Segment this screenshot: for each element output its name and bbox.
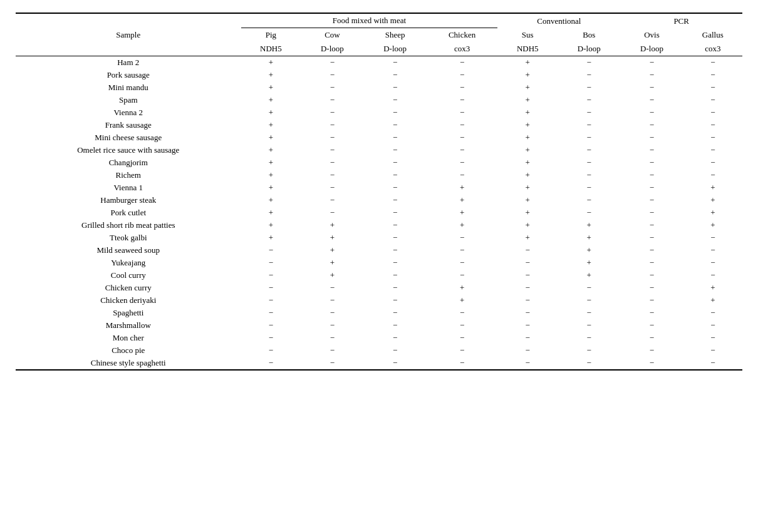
- cell-name: Mini mandu: [16, 81, 241, 94]
- cell-sheep: −: [364, 219, 427, 232]
- cell-bos: −: [558, 357, 620, 370]
- cell-sheep: −: [364, 156, 427, 169]
- cell-gallus: −: [683, 81, 742, 94]
- cell-pig: +: [241, 207, 301, 219]
- cell-name: Yukeajang: [16, 257, 241, 269]
- cell-gallus: −: [683, 257, 742, 269]
- cell-name: Pork sausage: [16, 69, 241, 81]
- cell-sheep: −: [364, 69, 427, 81]
- cell-chicken: −: [427, 269, 498, 282]
- cell-cow: −: [301, 106, 363, 119]
- cell-pig: −: [241, 307, 301, 319]
- cell-bos: −: [558, 169, 620, 182]
- cell-pig: +: [241, 144, 301, 156]
- cell-bos: −: [558, 207, 620, 219]
- col-header-chicken: Chicken: [427, 28, 498, 43]
- table-row: Yukeajang−+−−−+−−: [16, 257, 742, 269]
- cell-ovis: −: [620, 307, 683, 319]
- cell-pig: +: [241, 232, 301, 244]
- table-row: Spam+−−−+−−−: [16, 94, 742, 106]
- cell-gallus: −: [683, 232, 742, 244]
- header-row-1: SampleFood mixed with meatConventionalPC…: [16, 13, 742, 28]
- cell-pig: −: [241, 344, 301, 357]
- cell-cow: −: [301, 357, 363, 370]
- cell-pig: −: [241, 269, 301, 282]
- cell-sus: +: [497, 131, 558, 144]
- cell-name: Chinese style spaghetti: [16, 357, 241, 370]
- col-header-ovis-dloop: D-loop: [620, 42, 683, 56]
- table-wrapper: SampleFood mixed with meatConventionalPC…: [16, 13, 742, 371]
- cell-cow: −: [301, 207, 363, 219]
- table-row: Mild seaweed soup−+−−−+−−: [16, 244, 742, 257]
- cell-pig: +: [241, 194, 301, 207]
- cell-sheep: −: [364, 357, 427, 370]
- cell-gallus: −: [683, 119, 742, 131]
- table-row: Chicken curry−−−+−−−+: [16, 282, 742, 294]
- table-row: Vienna 1+−−++−−+: [16, 182, 742, 194]
- cell-ovis: −: [620, 81, 683, 94]
- col-header-sample: Sample: [16, 13, 241, 56]
- cell-bos: −: [558, 119, 620, 131]
- cell-ovis: −: [620, 319, 683, 332]
- cell-chicken: −: [427, 131, 498, 144]
- cell-pig: +: [241, 69, 301, 81]
- col-header-pig: Pig: [241, 28, 301, 43]
- cell-sus: +: [497, 194, 558, 207]
- cell-sus: −: [497, 332, 558, 344]
- cell-chicken: −: [427, 257, 498, 269]
- cell-name: Richem: [16, 169, 241, 182]
- col-header-food-mixed: Food mixed with meat: [241, 13, 498, 28]
- cell-sheep: −: [364, 244, 427, 257]
- cell-cow: +: [301, 269, 363, 282]
- cell-name: Hamburger steak: [16, 194, 241, 207]
- cell-ovis: −: [620, 357, 683, 370]
- cell-gallus: −: [683, 131, 742, 144]
- cell-chicken: −: [427, 144, 498, 156]
- cell-cow: −: [301, 332, 363, 344]
- cell-bos: −: [558, 282, 620, 294]
- cell-chicken: −: [427, 69, 498, 81]
- cell-cow: −: [301, 81, 363, 94]
- cell-bos: −: [558, 294, 620, 307]
- table-row: Mini mandu+−−−+−−−: [16, 81, 742, 94]
- cell-sus: +: [497, 69, 558, 81]
- cell-sus: −: [497, 282, 558, 294]
- cell-pig: +: [241, 131, 301, 144]
- cell-cow: −: [301, 119, 363, 131]
- table-row: Changjorim+−−−+−−−: [16, 156, 742, 169]
- cell-name: Vienna 1: [16, 182, 241, 194]
- cell-pig: −: [241, 357, 301, 370]
- cell-sheep: −: [364, 269, 427, 282]
- cell-chicken: +: [427, 294, 498, 307]
- cell-pig: −: [241, 282, 301, 294]
- table-row: Pork sausage+−−−+−−−: [16, 69, 742, 81]
- cell-chicken: −: [427, 244, 498, 257]
- cell-pig: +: [241, 169, 301, 182]
- cell-pig: −: [241, 257, 301, 269]
- cell-bos: −: [558, 307, 620, 319]
- cell-sheep: −: [364, 294, 427, 307]
- cell-gallus: −: [683, 69, 742, 81]
- cell-ovis: −: [620, 207, 683, 219]
- cell-chicken: −: [427, 357, 498, 370]
- cell-ovis: −: [620, 94, 683, 106]
- cell-sus: +: [497, 119, 558, 131]
- cell-gallus: −: [683, 269, 742, 282]
- cell-name: Vienna 2: [16, 106, 241, 119]
- table-row: Vienna 2+−−−+−−−: [16, 106, 742, 119]
- cell-name: Omelet rice sauce with sausage: [16, 144, 241, 156]
- cell-cow: −: [301, 131, 363, 144]
- cell-sus: −: [497, 269, 558, 282]
- col-header-dloop-food-o: D-loop: [364, 42, 427, 56]
- cell-cow: −: [301, 182, 363, 194]
- cell-chicken: −: [427, 232, 498, 244]
- cell-cow: +: [301, 244, 363, 257]
- cell-ovis: −: [620, 219, 683, 232]
- cell-sheep: −: [364, 282, 427, 294]
- cell-sheep: −: [364, 131, 427, 144]
- cell-gallus: +: [683, 182, 742, 194]
- cell-sus: +: [497, 56, 558, 69]
- cell-sus: +: [497, 81, 558, 94]
- table-row: Tteok galbi++−−++−−: [16, 232, 742, 244]
- cell-gallus: −: [683, 344, 742, 357]
